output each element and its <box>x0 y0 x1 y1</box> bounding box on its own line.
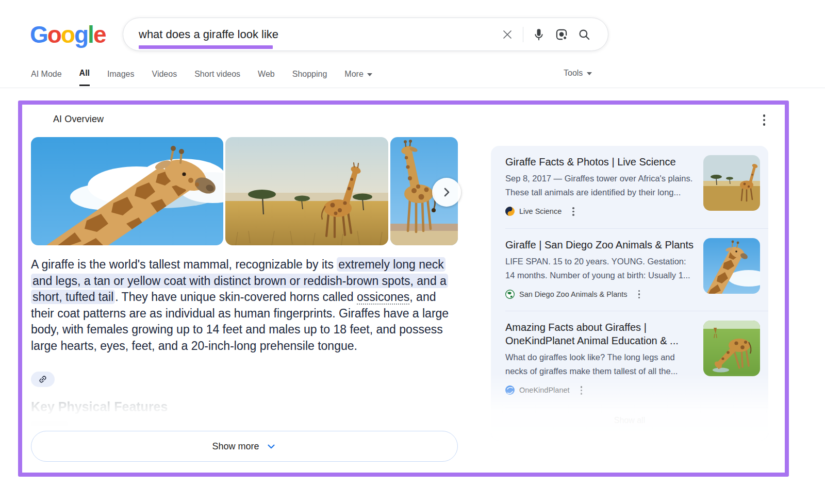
tab-label: More <box>344 70 363 79</box>
tab-more[interactable]: More <box>344 69 372 86</box>
san-diego-zoo-favicon <box>505 290 515 299</box>
link-icon <box>38 375 47 384</box>
chevron-down-icon <box>367 73 372 76</box>
source-menu-button[interactable] <box>579 384 585 397</box>
sources-link-chip[interactable] <box>31 372 55 387</box>
source-snippet: LIFE SPAN. 15 to 20 years. YOUNG. Gestat… <box>505 255 695 282</box>
logo-letter: l <box>88 21 93 48</box>
image-carousel <box>31 137 458 245</box>
live-science-favicon <box>505 207 515 216</box>
faded-section-heading: Key Physical Features <box>31 399 168 414</box>
faded-text-placeholder <box>31 421 68 426</box>
answer-segment: . They have unique skin-covered horns ca… <box>115 290 357 304</box>
tab-label: Short videos <box>194 70 240 79</box>
microphone-icon <box>532 28 546 41</box>
close-icon <box>501 28 514 41</box>
search-submit-button[interactable] <box>573 23 596 46</box>
tools-button[interactable]: Tools <box>564 69 592 78</box>
source-name: Live Science <box>519 207 562 215</box>
search-bar[interactable]: what does a giraffe look like <box>123 18 608 51</box>
source-snippet: Sep 8, 2017 — Giraffes tower over Africa… <box>505 172 695 199</box>
carousel-image-1[interactable] <box>31 137 223 245</box>
google-search-results-page: Google what does a giraffe look like <box>0 0 825 504</box>
source-thumbnail[interactable] <box>703 238 760 294</box>
source-title[interactable]: Giraffe | San Diego Zoo Animals & Plants <box>505 238 695 251</box>
carousel-next-button[interactable] <box>432 178 461 207</box>
result-type-tabs: AI Mode All Images Videos Short videos W… <box>31 69 372 86</box>
source-name: San Diego Zoo Animals & Plants <box>519 290 628 298</box>
chevron-down-icon <box>266 441 277 452</box>
source-menu-button[interactable] <box>636 288 642 301</box>
onekindplanet-favicon <box>505 385 515 395</box>
tools-label: Tools <box>564 69 583 78</box>
header-divider <box>0 88 825 88</box>
search-icon <box>578 28 591 41</box>
tab-videos[interactable]: Videos <box>152 69 177 86</box>
ai-sparkle-icon <box>32 112 46 126</box>
ai-query-underline <box>139 45 273 49</box>
tab-label: All <box>79 69 90 78</box>
tab-ai-mode[interactable]: AI Mode <box>31 69 62 86</box>
kebab-icon <box>763 114 766 117</box>
show-more-label: Show more <box>212 441 259 452</box>
ai-overview-menu-button[interactable] <box>757 113 771 127</box>
search-bar-divider <box>523 27 523 42</box>
source-name: OneKindPlanet <box>519 386 570 394</box>
source-card-onekindplanet[interactable]: Amazing Facts about Giraffes | OneKindPl… <box>491 311 768 407</box>
source-thumbnail[interactable] <box>703 155 760 211</box>
clear-search-button[interactable] <box>496 23 519 46</box>
tab-label: AI Mode <box>31 70 62 79</box>
source-card-live-science[interactable]: Giraffe Facts & Photos | Live Science Se… <box>491 146 768 228</box>
ai-overview-panel: AI Overview <box>18 100 789 477</box>
google-lens-icon <box>555 28 568 41</box>
source-snippet: What do giraffes look like? The long leg… <box>505 350 695 378</box>
source-title[interactable]: Giraffe Facts & Photos | Live Science <box>505 155 695 169</box>
source-thumbnail[interactable] <box>703 321 760 376</box>
logo-letter: G <box>30 21 47 48</box>
tab-label: Web <box>258 70 275 79</box>
logo-letter: g <box>74 21 88 48</box>
tab-label: Videos <box>152 70 177 79</box>
sources-sidebar: Giraffe Facts & Photos | Live Science Se… <box>491 146 768 441</box>
tab-label: Shopping <box>292 70 327 79</box>
source-menu-button[interactable] <box>570 205 576 218</box>
tab-label: Images <box>107 70 134 79</box>
ai-answer-text: A giraffe is the world's tallest mammal,… <box>31 257 461 354</box>
voice-search-button[interactable] <box>527 23 550 46</box>
logo-letter: o <box>61 21 74 48</box>
show-all-label: Show all <box>614 416 645 425</box>
logo-letter: o <box>47 21 61 48</box>
ai-overview-title: AI Overview <box>53 114 104 125</box>
tab-short-videos[interactable]: Short videos <box>194 69 240 86</box>
carousel-image-2[interactable] <box>225 137 388 245</box>
logo-letter: e <box>93 21 106 48</box>
show-more-button[interactable]: Show more <box>31 431 458 462</box>
image-search-button[interactable] <box>550 23 573 46</box>
chevron-right-icon <box>440 186 453 199</box>
show-all-button[interactable]: Show all <box>491 408 768 433</box>
source-title[interactable]: Amazing Facts about Giraffes | OneKindPl… <box>505 321 695 347</box>
answer-segment: A giraffe is the world's tallest mammal,… <box>31 258 337 271</box>
answer-term-ossicones[interactable]: ossicones <box>357 290 409 305</box>
chevron-down-icon <box>587 72 592 75</box>
tab-web[interactable]: Web <box>258 69 275 86</box>
tab-images[interactable]: Images <box>107 69 134 86</box>
source-card-san-diego-zoo[interactable]: Giraffe | San Diego Zoo Animals & Plants… <box>491 229 768 311</box>
tab-all[interactable]: All <box>79 69 90 86</box>
google-logo[interactable]: Google <box>30 21 105 48</box>
tab-shopping[interactable]: Shopping <box>292 69 327 86</box>
search-input[interactable]: what does a giraffe look like <box>123 28 496 41</box>
